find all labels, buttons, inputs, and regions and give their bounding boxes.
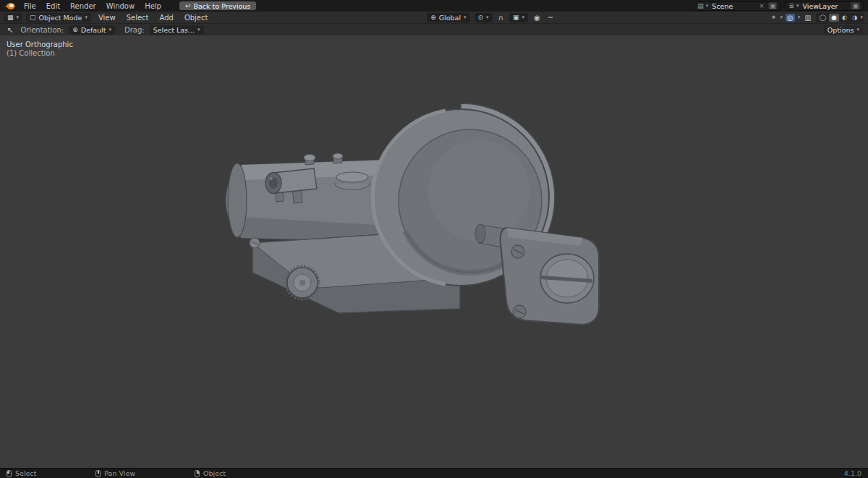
- drag-mode-dropdown[interactable]: Select Las... ▾: [150, 25, 204, 35]
- menu-edit[interactable]: Edit: [43, 2, 64, 10]
- menu-window[interactable]: Window: [103, 2, 138, 10]
- status-bar: Select Pan View Object 4.1.0: [0, 468, 868, 478]
- shading-chevron-icon[interactable]: ▾: [860, 14, 863, 20]
- viewport-overlay-text: User Orthographic (1) Collection: [7, 40, 73, 58]
- back-arrow-icon: ↩: [185, 2, 191, 9]
- topbar-right-group: ▤ ▾ Scene × ▣ ≣ ▾ ViewLayer ▣: [694, 1, 864, 11]
- back-to-previous-button[interactable]: ↩ Back to Previous: [179, 1, 256, 10]
- view-label: User Orthographic: [7, 40, 73, 49]
- tool-orientation-dropdown[interactable]: ⊕ Default ▾: [69, 25, 115, 35]
- tool-orientation-value: Default: [81, 26, 106, 34]
- tool-orientation-chevron-icon: ▾: [109, 27, 111, 33]
- active-tool-icon[interactable]: ↖: [5, 26, 15, 34]
- hint-select-label: Select: [15, 469, 36, 477]
- statusbar-hint-pan-view: Pan View: [95, 469, 135, 477]
- editor-type-icon: ▦: [7, 14, 14, 21]
- overlays-chevron-icon[interactable]: ▾: [798, 14, 801, 20]
- pivot-chevron-icon: ▾: [486, 14, 489, 20]
- drag-mode-value: Select Las...: [153, 26, 195, 34]
- orientation-icon: ⊕: [430, 14, 436, 21]
- show-gizmo-icon[interactable]: ⌖: [770, 13, 778, 22]
- mode-dropdown[interactable]: ▢ Object Mode ▾: [26, 13, 91, 22]
- menu-select[interactable]: Select: [123, 14, 153, 22]
- transform-snap-group: ⊕ Global ▾ ⊙ ▾ ∩ ▣ ▾ ◉ ~: [427, 13, 555, 22]
- blender-logo-icon[interactable]: [4, 2, 15, 10]
- drag-label: Drag:: [124, 26, 145, 34]
- menu-file[interactable]: File: [20, 2, 40, 10]
- viewlayer-browse-chevron-icon[interactable]: ▾: [796, 3, 799, 9]
- proportional-falloff-icon[interactable]: ~: [546, 14, 555, 22]
- viewlayer-new-icon[interactable]: ▣: [851, 2, 860, 9]
- snap-magnet-icon[interactable]: ∩: [497, 14, 505, 22]
- menu-view[interactable]: View: [95, 14, 119, 22]
- scene-selector[interactable]: ▤ ▾ Scene × ▣: [694, 1, 780, 11]
- scene-new-icon[interactable]: ▣: [768, 2, 778, 9]
- mouse-right-icon: [195, 470, 200, 477]
- mode-label: Object Mode: [39, 14, 82, 22]
- orientation-chevron-icon: ▾: [464, 14, 467, 20]
- menu-render[interactable]: Render: [67, 2, 100, 10]
- options-label: Options: [827, 26, 854, 34]
- object-mode-icon: ▢: [30, 14, 36, 21]
- viewlayer-icon: ≣: [788, 2, 794, 9]
- drag-mode-chevron-icon: ▾: [197, 27, 200, 33]
- snapping-dropdown[interactable]: ▣ ▾: [509, 13, 528, 22]
- hint-object-label: Object: [203, 469, 226, 477]
- scene-name[interactable]: Scene: [710, 2, 755, 10]
- snapping-chevron-icon: ▾: [522, 14, 524, 20]
- menu-add[interactable]: Add: [156, 14, 177, 22]
- scene-browse-chevron-icon[interactable]: ▾: [706, 3, 709, 9]
- scene-icon: ▤: [697, 2, 704, 9]
- statusbar-hint-select: Select: [7, 469, 36, 477]
- gizmo-chevron-icon[interactable]: ▾: [780, 14, 783, 20]
- shading-material-icon[interactable]: ◐: [840, 14, 849, 22]
- show-overlays-icon[interactable]: ◎: [786, 14, 795, 22]
- transform-orientation-dropdown[interactable]: ⊕ Global ▾: [427, 13, 469, 22]
- scene-unlink-icon[interactable]: ×: [757, 2, 766, 9]
- menu-object[interactable]: Object: [181, 14, 212, 22]
- editor-type-chevron-icon: ▾: [17, 14, 20, 20]
- pivot-icon: ⊙: [478, 14, 484, 21]
- shading-rendered-icon[interactable]: ◑: [850, 14, 859, 22]
- blender-logo-svg: [4, 2, 15, 10]
- options-dropdown[interactable]: Options ▾: [824, 25, 863, 35]
- editor-type-button[interactable]: ▦ ▾: [4, 13, 22, 22]
- viewlayer-selector[interactable]: ≣ ▾ ViewLayer ▣: [785, 1, 864, 11]
- menu-help[interactable]: Help: [141, 2, 165, 10]
- toggle-xray-icon[interactable]: ▥: [803, 14, 812, 22]
- blender-window: File Edit Render Window Help ↩ Back to P…: [0, 0, 868, 478]
- blender-version: 4.1.0: [844, 469, 861, 477]
- hint-pan-view-label: Pan View: [104, 469, 135, 477]
- mouse-middle-icon: [95, 470, 101, 477]
- tool-settings-bar: ↖ Orientation: ⊕ Default ▾ Drag: Select …: [0, 23, 868, 35]
- proportional-editing-icon[interactable]: ◉: [532, 14, 542, 22]
- viewlayer-name[interactable]: ViewLayer: [801, 2, 848, 10]
- tool-orientation-icon: ⊕: [72, 26, 78, 33]
- mode-chevron-icon: ▾: [85, 14, 88, 20]
- options-chevron-icon: ▾: [856, 27, 859, 33]
- shading-solid-icon[interactable]: ●: [829, 14, 838, 22]
- viewport-header: ▦ ▾ ▢ Object Mode ▾ View Select Add Obje…: [0, 12, 868, 23]
- snap-target-icon: ▣: [513, 14, 519, 21]
- shading-mode-group: ◯ ● ◐ ◑ ▾: [816, 13, 864, 22]
- 3d-viewport[interactable]: User Orthographic (1) Collection: [0, 35, 868, 468]
- topbar: File Edit Render Window Help ↩ Back to P…: [0, 0, 868, 12]
- pivot-point-dropdown[interactable]: ⊙ ▾: [475, 13, 493, 22]
- mouse-left-icon: [7, 470, 12, 477]
- orientation-value: Global: [439, 14, 461, 22]
- reflex-sight-3d-model[interactable]: [0, 35, 868, 468]
- statusbar-hint-object: Object: [195, 469, 226, 477]
- viewport-display-group: ⌖ ▾ ◎ ▾ ▥ ◯ ● ◐ ◑ ▾: [770, 13, 864, 22]
- orientation-label: Orientation:: [20, 26, 64, 34]
- shading-wireframe-icon[interactable]: ◯: [817, 14, 829, 22]
- back-button-label: Back to Previous: [194, 2, 251, 10]
- collection-label: (1) Collection: [7, 49, 73, 58]
